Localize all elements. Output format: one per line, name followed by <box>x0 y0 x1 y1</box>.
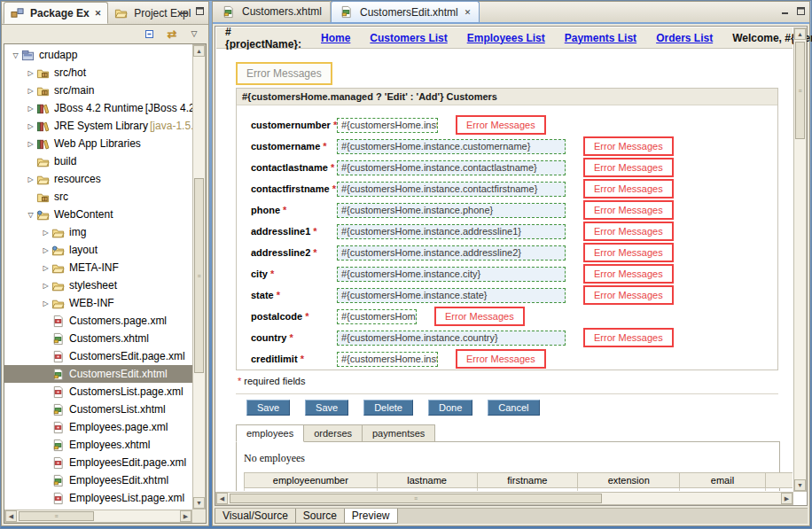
nav-link-customers-list[interactable]: Customers List <box>370 32 447 44</box>
done-button[interactable]: Done <box>428 400 472 416</box>
collapsed-arrow-icon[interactable]: ▷ <box>25 105 36 113</box>
scroll-up-icon[interactable]: ▲ <box>193 45 205 57</box>
collapsed-arrow-icon[interactable]: ▷ <box>40 300 51 307</box>
tree-item-crudapp[interactable]: ▽crudapp <box>4 46 192 64</box>
tree-item-layout[interactable]: ▷layout <box>4 241 192 259</box>
maximize-icon[interactable] <box>194 5 206 16</box>
scroll-left-icon[interactable]: ◀ <box>216 493 228 504</box>
nav-link-home[interactable]: Home <box>321 32 350 44</box>
nav-link-payments-list[interactable]: Payments List <box>565 32 636 44</box>
city-input[interactable]: #{customersHome.instance.city} <box>337 267 566 282</box>
preview-horizontal-scrollbar[interactable]: ◀ ≡ ▶ <box>215 492 793 505</box>
collapsed-arrow-icon[interactable]: ▷ <box>25 122 36 130</box>
close-icon[interactable]: ✕ <box>465 8 472 17</box>
collapsed-arrow-icon[interactable]: ▷ <box>40 282 51 290</box>
close-icon[interactable]: ✕ <box>95 9 102 18</box>
delete-button[interactable]: Delete <box>363 400 413 416</box>
preview-vertical-scrollbar[interactable]: ▲ ≡ ▼ <box>793 27 807 492</box>
tree-item-src[interactable]: src <box>4 188 192 206</box>
relation-tab-orderses[interactable]: orderses <box>304 424 363 442</box>
collapsed-arrow-icon[interactable]: ▷ <box>25 69 36 77</box>
tree-item-customersedit-page-xml[interactable]: CustomersEdit.page.xml <box>4 347 192 365</box>
contactfirstname-input[interactable]: #{customersHome.instance.contactfirstnam… <box>337 182 566 197</box>
tree-item-web-inf[interactable]: ▷WEB-INF <box>4 294 192 312</box>
tree-vertical-scrollbar[interactable]: ▲ ≡ ▼ <box>192 44 206 510</box>
link-with-editor-icon[interactable]: ⇄ <box>165 27 179 41</box>
tree-item-src-hot[interactable]: ▷src/hot <box>4 64 192 82</box>
relation-tab-paymentses[interactable]: paymentses <box>363 424 435 442</box>
addressline1-input[interactable]: #{customersHome.instance.addressline1} <box>337 224 566 239</box>
save-button-2[interactable]: Save <box>305 400 348 416</box>
tree-item-label: JRE System Library <box>52 119 150 133</box>
scroll-down-icon[interactable]: ▼ <box>193 497 205 509</box>
nav-link-employees-list[interactable]: Employees List <box>467 32 545 44</box>
mode-tab-preview[interactable]: Preview <box>344 509 398 524</box>
tree-hscroll-thumb[interactable]: ≡ <box>19 511 94 521</box>
tree-vscroll-thumb[interactable]: ≡ <box>194 178 204 373</box>
tree-item-stylesheet[interactable]: ▷stylesheet <box>4 276 192 294</box>
tree-item-jre-system-library[interactable]: ▷JRE System Library [java-1.5.0-su <box>4 117 192 135</box>
tree-item-src-main[interactable]: ▷src/main <box>4 82 192 99</box>
tree-item-employeesedit-page-xml[interactable]: EmployeesEdit.page.xml <box>4 454 192 471</box>
relation-tab-employees[interactable]: employees <box>236 424 304 442</box>
collapsed-arrow-icon[interactable]: ▷ <box>40 229 51 237</box>
tree-item-customersedit-xhtml[interactable]: CustomersEdit.xhtml <box>4 365 192 383</box>
collapsed-arrow-icon[interactable]: ▷ <box>25 140 36 148</box>
tree-item-img[interactable]: ▷img <box>4 223 192 241</box>
scroll-left-icon[interactable]: ◀ <box>5 510 17 522</box>
tree-item-customers-xhtml[interactable]: Customers.xhtml <box>4 330 192 347</box>
expanded-arrow-icon[interactable]: ▽ <box>10 51 21 59</box>
tree-item-customers-page-xml[interactable]: Customers.page.xml <box>4 312 192 330</box>
collapsed-arrow-icon[interactable]: ▷ <box>25 87 36 95</box>
tree-item-label: JBoss 4.2 Runtime <box>52 101 145 115</box>
minimize-icon[interactable] <box>179 5 191 16</box>
postalcode-input[interactable]: #{customersHome.i <box>337 309 417 324</box>
tree-item-customerslist-xhtml[interactable]: CustomersList.xhtml <box>4 401 192 418</box>
collapse-all-icon[interactable] <box>143 27 157 41</box>
phone-input[interactable]: #{customersHome.instance.phone} <box>337 203 566 218</box>
collapsed-arrow-icon[interactable]: ▷ <box>25 175 36 183</box>
addressline2-input[interactable]: #{customersHome.instance.addressline2} <box>337 245 566 261</box>
tree-item-resources[interactable]: ▷resources <box>4 170 192 188</box>
field-label-text: phone <box>251 205 283 215</box>
tree-item-meta-inf[interactable]: ▷META-INF <box>4 259 192 276</box>
customername-input[interactable]: #{customersHome.instance.customername} <box>337 139 566 154</box>
tree-item-jboss-4-2-runtime[interactable]: ▷JBoss 4.2 Runtime [JBoss 4.2 Runt <box>4 99 192 117</box>
minimize-icon[interactable] <box>780 5 792 16</box>
tree-horizontal-scrollbar[interactable]: ◀ ≡ ▶ <box>4 510 192 523</box>
country-input[interactable]: #{customersHome.instance.country} <box>337 331 566 346</box>
collapsed-arrow-icon[interactable]: ▷ <box>40 246 51 254</box>
tree-item-employeeslist-page-xml[interactable]: EmployeesList.page.xml <box>4 489 192 507</box>
preview-hscroll-thumb[interactable]: ≡ <box>230 494 602 503</box>
mode-tab-visual-source[interactable]: Visual/Source <box>215 509 296 524</box>
tree-item-employees-page-xml[interactable]: Employees.page.xml <box>4 418 192 436</box>
preview-vscroll-thumb[interactable]: ≡ <box>795 42 805 139</box>
cancel-button[interactable]: Cancel <box>488 400 539 416</box>
scroll-right-icon[interactable]: ▶ <box>781 493 792 504</box>
error-messages-badge: Error Messages <box>434 307 525 326</box>
state-input[interactable]: #{customersHome.instance.state} <box>337 288 566 303</box>
expanded-arrow-icon[interactable]: ▽ <box>25 211 36 219</box>
creditlimit-input[interactable]: #{customersHome.instanc <box>337 352 438 367</box>
tree-item-build[interactable]: build <box>4 152 192 170</box>
maximize-icon[interactable] <box>795 5 807 16</box>
tree-item-webcontent[interactable]: ▽WebContent <box>4 206 192 223</box>
tree-item-web-app-libraries[interactable]: ▷Web App Libraries <box>4 135 192 152</box>
editor-tab-customers.xhtml[interactable]: Customers.xhtml <box>214 1 331 22</box>
contactlastname-input[interactable]: #{customersHome.instance.contactlastname… <box>337 160 566 175</box>
view-menu-icon[interactable]: ▽ <box>187 27 201 41</box>
customernumber-input[interactable]: #{customersHome.instanc <box>337 118 438 133</box>
tree-item-employeesedit-xhtml[interactable]: EmployeesEdit.xhtml <box>4 471 192 489</box>
scroll-right-icon[interactable]: ▶ <box>180 510 191 522</box>
scroll-down-icon[interactable]: ▼ <box>794 479 806 491</box>
tab-package-explorer[interactable]: Package Ex ✕ <box>4 2 108 24</box>
mode-tab-source[interactable]: Source <box>295 509 345 524</box>
collapsed-arrow-icon[interactable]: ▷ <box>40 264 51 272</box>
editor-tab-customersedit.xhtml[interactable]: CustomersEdit.xhtml✕ <box>331 1 480 22</box>
error-messages-badge: Error Messages <box>456 115 546 135</box>
scroll-up-icon[interactable]: ▲ <box>794 28 806 40</box>
save-button-1[interactable]: Save <box>246 400 290 416</box>
tree-item-customerslist-page-xml[interactable]: CustomersList.page.xml <box>4 383 192 401</box>
tree-item-employees-xhtml[interactable]: Employees.xhtml <box>4 436 192 454</box>
nav-link-orders-list[interactable]: Orders List <box>656 32 713 44</box>
